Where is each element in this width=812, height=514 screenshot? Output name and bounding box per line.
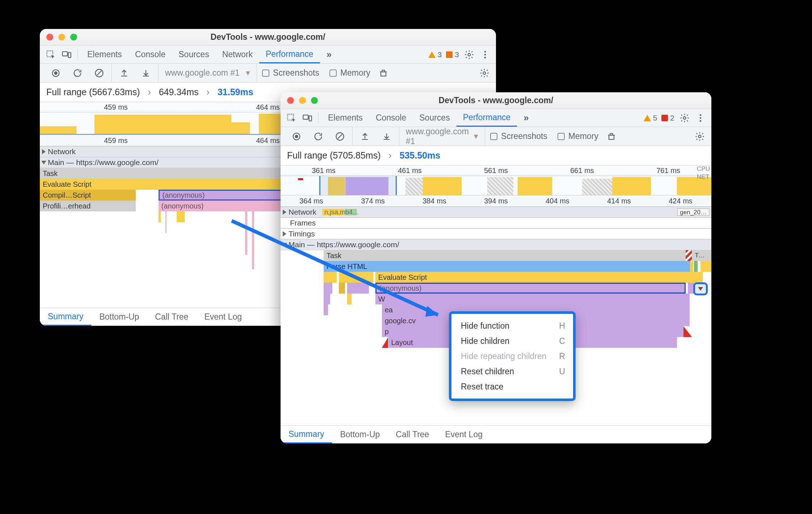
tab-console[interactable]: Console (129, 46, 172, 63)
svg-point-5 (484, 54, 486, 55)
tab-sources[interactable]: Sources (172, 46, 215, 63)
breadcrumb-current[interactable]: 31.59ms (218, 87, 253, 97)
trace-selector[interactable]: www.google.com #1 ▾ (159, 64, 257, 82)
flame-anon-selected[interactable]: (anonymous) (281, 283, 711, 294)
bottom-tab-calltree[interactable]: Call Tree (388, 426, 437, 443)
minimize-dot[interactable] (58, 34, 65, 41)
settings-icon[interactable] (680, 113, 690, 123)
download-icon[interactable] (382, 131, 392, 142)
reload-icon[interactable] (72, 68, 83, 78)
bottom-tab-summary[interactable]: Summary (40, 308, 91, 326)
inspect-icon[interactable] (286, 113, 296, 123)
breadcrumb-full[interactable]: Full range (5667.63ms) (46, 87, 140, 97)
svg-point-19 (295, 135, 298, 138)
svg-rect-12 (303, 115, 308, 119)
inspect-icon[interactable] (46, 50, 56, 60)
breadcrumb-sep: › (207, 87, 210, 97)
gear-icon[interactable] (695, 131, 705, 142)
svg-point-14 (683, 117, 686, 119)
panel-tabbar: Elements Console Sources Network Perform… (40, 46, 496, 64)
gear-icon[interactable] (479, 68, 489, 78)
ctx-hide-repeating: Hide repeating childrenR (451, 349, 573, 364)
bottom-tab-bottomup[interactable]: Bottom-Up (332, 426, 388, 443)
zoom-dot[interactable] (70, 34, 77, 41)
svg-rect-2 (68, 52, 71, 58)
window-title: DevTools - www.google.com/ (211, 32, 325, 42)
perf-toolbar: www.google.com #1 ▾ Screenshots Memory (40, 64, 496, 83)
titlebar: DevTools - www.google.com/ (281, 92, 711, 109)
clear-icon[interactable] (94, 68, 104, 78)
flame-parse-html[interactable]: Parse HTML (281, 261, 711, 272)
upload-icon[interactable] (360, 131, 370, 142)
record-icon[interactable] (51, 68, 61, 78)
zoom-dot[interactable] (311, 97, 318, 104)
svg-rect-1 (62, 51, 67, 56)
svg-point-10 (483, 72, 486, 74)
flame-w[interactable]: W (281, 294, 711, 304)
tab-network[interactable]: Network (216, 46, 259, 63)
warnings-badge[interactable]: 5 (644, 114, 657, 122)
breadcrumb-sep: › (388, 150, 391, 161)
close-dot[interactable] (287, 97, 294, 104)
svg-point-6 (484, 56, 486, 58)
trace-selector[interactable]: www.google.com #1▾ (399, 127, 485, 146)
memory-checkbox[interactable]: Memory (552, 131, 603, 141)
bottom-tabs: Summary Bottom-Up Call Tree Event Log (281, 425, 711, 443)
settings-icon[interactable] (464, 50, 474, 60)
upload-icon[interactable] (119, 68, 129, 78)
svg-point-16 (700, 117, 702, 119)
svg-point-4 (484, 51, 486, 52)
kebab-icon[interactable] (695, 113, 706, 123)
device-icon[interactable] (302, 113, 312, 123)
tab-console[interactable]: Console (369, 109, 413, 127)
reload-icon[interactable] (313, 131, 323, 142)
svg-point-15 (700, 114, 702, 116)
svg-point-8 (54, 71, 57, 75)
memory-checkbox[interactable]: Memory (324, 68, 375, 78)
svg-point-17 (700, 120, 702, 122)
gc-icon[interactable] (606, 131, 617, 142)
warnings-badge[interactable]: 3 (428, 50, 442, 59)
ctx-hide-function[interactable]: Hide functionH (451, 318, 573, 333)
flame-task[interactable]: Task T… (281, 250, 711, 261)
tabs-overflow[interactable]: » (517, 109, 535, 127)
traffic-lights (46, 29, 77, 45)
gc-icon[interactable] (378, 68, 388, 78)
bottom-tab-bottomup[interactable]: Bottom-Up (91, 308, 147, 326)
close-dot[interactable] (46, 34, 53, 41)
tab-sources[interactable]: Sources (413, 109, 456, 127)
tab-performance[interactable]: Performance (457, 109, 517, 127)
screenshots-checkbox[interactable]: Screenshots (485, 131, 552, 141)
bottom-tab-summary[interactable]: Summary (281, 426, 332, 443)
screenshots-checkbox[interactable]: Screenshots (257, 68, 324, 78)
devtools-window-right: DevTools - www.google.com/ Elements Cons… (281, 92, 711, 443)
entry-dropdown-icon[interactable] (693, 282, 708, 295)
bottom-tab-calltree[interactable]: Call Tree (147, 308, 196, 326)
breadcrumb-current[interactable]: 535.50ms (400, 150, 441, 161)
ctx-reset-children[interactable]: Reset childrenU (451, 364, 573, 379)
tab-performance[interactable]: Performance (259, 46, 320, 63)
tabs-overflow[interactable]: » (320, 46, 338, 63)
svg-point-3 (468, 53, 471, 56)
flame-pre-eval[interactable]: Evaluate Script (281, 272, 711, 283)
flame-context-menu: Hide functionH Hide childrenC Hide repea… (449, 311, 576, 401)
device-icon[interactable] (62, 50, 72, 60)
breadcrumb-sep: › (148, 87, 151, 97)
download-icon[interactable] (141, 68, 151, 78)
titlebar: DevTools - www.google.com/ (40, 29, 496, 46)
ctx-hide-children[interactable]: Hide childrenC (451, 333, 573, 349)
svg-rect-13 (309, 116, 312, 121)
track-network[interactable]: Network n,jsa,mb4… gen_20… (281, 207, 711, 218)
kebab-icon[interactable] (480, 50, 490, 60)
bottom-tab-eventlog[interactable]: Event Log (196, 308, 250, 326)
bottom-tab-eventlog[interactable]: Event Log (437, 426, 491, 443)
breadcrumb-mid[interactable]: 649.34ms (159, 87, 199, 97)
overview-labels: CPU NET (697, 165, 710, 181)
minimize-dot[interactable] (299, 97, 306, 104)
ctx-reset-trace[interactable]: Reset trace (451, 379, 573, 394)
traffic-lights (287, 92, 318, 109)
issues-badge[interactable]: 3 (446, 50, 459, 59)
record-icon[interactable] (291, 131, 302, 142)
errors-badge[interactable]: 2 (661, 114, 674, 122)
tab-elements[interactable]: Elements (81, 46, 129, 63)
